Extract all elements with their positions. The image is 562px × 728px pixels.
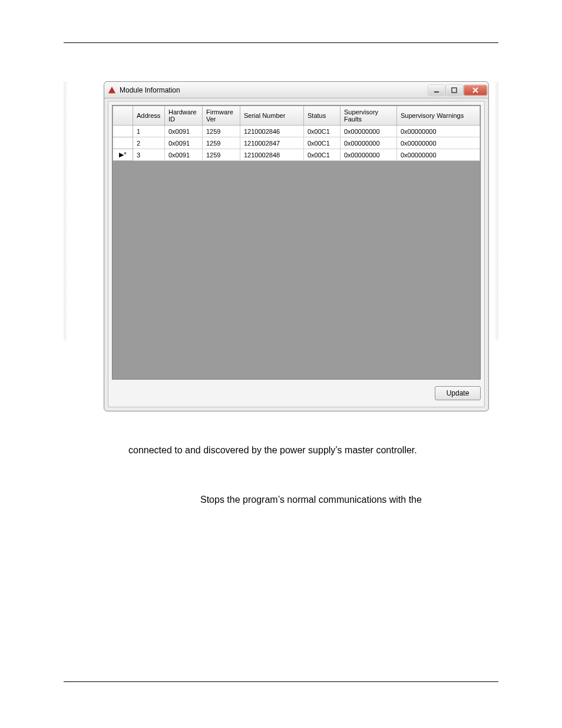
cell-status[interactable]: 0x00C1 bbox=[304, 149, 340, 161]
maximize-button[interactable] bbox=[446, 85, 462, 95]
svg-marker-0 bbox=[108, 86, 115, 93]
cell-serial-number[interactable]: 1210002846 bbox=[240, 126, 304, 137]
col-supervisory-faults[interactable]: Supervisory Faults bbox=[340, 106, 397, 126]
table-row[interactable]: ▶* 3 0x0091 1259 1210002848 0x00C1 0x000… bbox=[113, 149, 480, 161]
cell-firmware-ver[interactable]: 1259 bbox=[203, 126, 240, 137]
page-bottom-rule bbox=[64, 681, 498, 682]
update-button[interactable]: Update bbox=[435, 386, 481, 400]
window-footer: Update bbox=[112, 383, 481, 403]
window-client-area: Address Hardware ID Firmware Ver Serial … bbox=[108, 101, 485, 407]
cell-supervisory-warnings[interactable]: 0x00000000 bbox=[397, 149, 480, 161]
module-information-window: Module Information bbox=[104, 81, 489, 411]
grid-header-row: Address Hardware ID Firmware Ver Serial … bbox=[113, 106, 480, 126]
cell-firmware-ver[interactable]: 1259 bbox=[203, 137, 240, 149]
doc-edge-left bbox=[64, 81, 67, 341]
table-row[interactable]: 2 0x0091 1259 1210002847 0x00C1 0x000000… bbox=[113, 137, 480, 149]
cell-firmware-ver[interactable]: 1259 bbox=[203, 149, 240, 161]
cell-address[interactable]: 2 bbox=[133, 137, 165, 149]
col-rowheader[interactable] bbox=[113, 106, 133, 126]
cell-supervisory-faults[interactable]: 0x00000000 bbox=[340, 137, 397, 149]
row-marker bbox=[113, 126, 133, 137]
cell-address[interactable]: 3 bbox=[133, 149, 165, 161]
row-marker: ▶* bbox=[113, 149, 133, 161]
cell-status[interactable]: 0x00C1 bbox=[304, 126, 340, 137]
cell-serial-number[interactable]: 1210002848 bbox=[240, 149, 304, 161]
col-address[interactable]: Address bbox=[133, 106, 165, 126]
cell-hardware-id[interactable]: 0x0091 bbox=[165, 137, 203, 149]
page-top-rule bbox=[64, 42, 498, 43]
close-button[interactable] bbox=[464, 85, 487, 95]
table-row[interactable]: 1 0x0091 1259 1210002846 0x00C1 0x000000… bbox=[113, 126, 480, 137]
cell-status[interactable]: 0x00C1 bbox=[304, 137, 340, 149]
body-paragraph-1: connected to and discovered by the power… bbox=[128, 443, 498, 457]
col-hardware-id[interactable]: Hardware ID bbox=[165, 106, 203, 126]
row-marker bbox=[113, 137, 133, 149]
col-status[interactable]: Status bbox=[304, 106, 340, 126]
col-firmware-ver[interactable]: Firmware Ver bbox=[203, 106, 240, 126]
col-serial-number[interactable]: Serial Number bbox=[240, 106, 304, 126]
window-titlebar[interactable]: Module Information bbox=[104, 82, 488, 98]
cell-supervisory-faults[interactable]: 0x00000000 bbox=[340, 149, 397, 161]
cell-address[interactable]: 1 bbox=[133, 126, 165, 137]
cell-supervisory-warnings[interactable]: 0x00000000 bbox=[397, 137, 480, 149]
doc-edge-right bbox=[495, 81, 498, 341]
minimize-button[interactable] bbox=[428, 85, 445, 95]
cell-hardware-id[interactable]: 0x0091 bbox=[165, 149, 203, 161]
svg-rect-2 bbox=[452, 88, 457, 93]
cell-serial-number[interactable]: 1210002847 bbox=[240, 137, 304, 149]
col-supervisory-warnings[interactable]: Supervisory Warnings bbox=[397, 106, 480, 126]
body-paragraph-2: Stops the program’s normal communication… bbox=[200, 493, 498, 506]
window-buttons bbox=[427, 85, 487, 95]
window-title: Module Information bbox=[120, 86, 427, 94]
svg-rect-1 bbox=[434, 91, 439, 93]
module-grid[interactable]: Address Hardware ID Firmware Ver Serial … bbox=[113, 106, 480, 161]
app-icon bbox=[108, 86, 116, 94]
cell-supervisory-faults[interactable]: 0x00000000 bbox=[340, 126, 397, 137]
cell-hardware-id[interactable]: 0x0091 bbox=[165, 126, 203, 137]
module-grid-container: Address Hardware ID Firmware Ver Serial … bbox=[112, 105, 481, 380]
cell-supervisory-warnings[interactable]: 0x00000000 bbox=[397, 126, 480, 137]
